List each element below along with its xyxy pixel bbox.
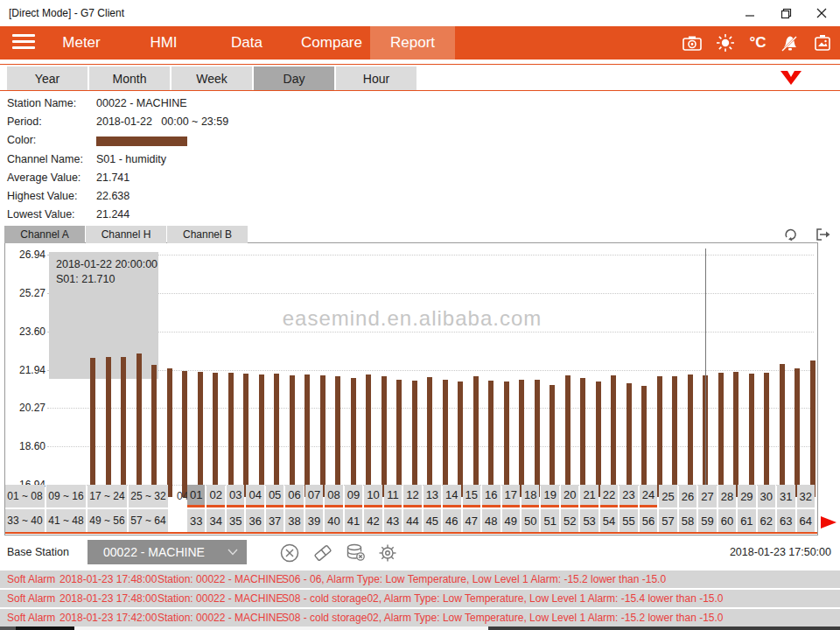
sun-icon[interactable]	[715, 32, 736, 53]
channel-cell-29[interactable]: 29	[738, 485, 755, 508]
chart-bar[interactable]	[366, 374, 371, 497]
chart-bar[interactable]	[198, 372, 203, 497]
channel-cell-35[interactable]: 35	[227, 509, 244, 532]
chart-bar[interactable]	[412, 381, 417, 497]
chart-bar[interactable]	[718, 373, 724, 497]
chart-bar[interactable]	[228, 373, 234, 497]
channel-cell-25[interactable]: 25	[659, 485, 676, 508]
next-page-arrow-icon[interactable]	[819, 515, 838, 529]
channel-cell-43[interactable]: 43	[384, 509, 402, 532]
chart-bar[interactable]	[580, 378, 585, 497]
period-tab-day[interactable]: Day	[254, 66, 334, 90]
channel-cell-12[interactable]: 12	[403, 485, 421, 508]
channel-cell-05[interactable]: 05	[266, 485, 284, 508]
chart-bar[interactable]	[764, 373, 769, 497]
range-button-25~32[interactable]: 25 ~ 32	[129, 485, 168, 508]
channel-cell-32[interactable]: 32	[797, 485, 815, 508]
channel-cell-58[interactable]: 58	[679, 509, 696, 532]
chart-bar[interactable]	[535, 380, 540, 497]
image-box-icon[interactable]	[812, 32, 833, 53]
range-button-57~64[interactable]: 57 ~ 64	[129, 509, 168, 532]
range-button-17~24[interactable]: 17 ~ 24	[88, 485, 127, 508]
period-tab-week[interactable]: Week	[172, 66, 252, 90]
nav-item-hmi[interactable]: HMI	[133, 26, 194, 60]
channel-cell-31[interactable]: 31	[777, 485, 794, 508]
bell-off-icon[interactable]	[780, 32, 801, 53]
close-button[interactable]	[807, 0, 836, 26]
chart-bar[interactable]	[182, 371, 187, 497]
channel-cell-18[interactable]: 18	[522, 485, 539, 508]
range-button-41~48[interactable]: 41 ~ 48	[46, 509, 86, 532]
channel-cell-39[interactable]: 39	[305, 509, 323, 532]
channel-cell-59[interactable]: 59	[698, 509, 716, 532]
range-button-01~08[interactable]: 01 ~ 08	[5, 485, 45, 508]
camera-icon[interactable]	[682, 32, 703, 53]
channel-cell-56[interactable]: 56	[640, 509, 657, 532]
gear-icon[interactable]	[376, 542, 399, 564]
chart-bar[interactable]	[565, 375, 570, 497]
channel-cell-01[interactable]: 01	[187, 485, 205, 508]
chart-bar[interactable]	[90, 358, 95, 497]
channel-cell-63[interactable]: 63	[777, 509, 794, 532]
chart-bar[interactable]	[274, 374, 279, 497]
period-tab-hour[interactable]: Hour	[336, 66, 416, 90]
channel-cell-52[interactable]: 52	[561, 509, 578, 532]
chart-bar[interactable]	[396, 380, 402, 497]
channel-cell-46[interactable]: 46	[443, 509, 460, 532]
export-icon[interactable]	[814, 226, 833, 243]
alarm-row[interactable]: Soft Alarm2018-01-23 17:48:00Station: 00…	[0, 590, 840, 607]
channel-cell-44[interactable]: 44	[403, 509, 421, 532]
channel-cell-36[interactable]: 36	[246, 509, 263, 532]
channel-cell-55[interactable]: 55	[620, 509, 637, 532]
chart-bar[interactable]	[488, 381, 494, 497]
restore-button[interactable]	[771, 0, 801, 26]
channel-cell-48[interactable]: 48	[482, 509, 500, 532]
alarm-row[interactable]: Soft Alarm2018-01-23 17:42:00Station: 00…	[0, 609, 840, 626]
chart-bar[interactable]	[473, 376, 479, 497]
chart-bar[interactable]	[780, 364, 785, 497]
chart-bar[interactable]	[335, 376, 340, 497]
chart-bar[interactable]	[382, 376, 387, 497]
channel-cell-19[interactable]: 19	[541, 485, 558, 508]
range-button-09~16[interactable]: 09 ~ 16	[46, 485, 86, 508]
channel-cell-11[interactable]: 11	[384, 485, 402, 508]
channel-cell-21[interactable]: 21	[580, 485, 598, 508]
channel-cell-13[interactable]: 13	[424, 485, 441, 508]
chart-bar[interactable]	[458, 382, 463, 497]
channel-cell-17[interactable]: 17	[502, 485, 520, 508]
channel-cell-16[interactable]: 16	[482, 485, 500, 508]
channel-cell-04[interactable]: 04	[246, 485, 263, 508]
channel-cell-33[interactable]: 33	[187, 509, 205, 532]
channel-cell-53[interactable]: 53	[580, 509, 598, 532]
range-button-49~56[interactable]: 49 ~ 56	[88, 509, 127, 532]
channel-tab-channel-h[interactable]: Channel H	[86, 226, 166, 243]
channel-cell-34[interactable]: 34	[206, 509, 224, 532]
chart-bar[interactable]	[657, 376, 662, 497]
channel-cell-57[interactable]: 57	[659, 509, 676, 532]
channel-tab-channel-b[interactable]: Channel B	[167, 226, 248, 243]
channel-cell-20[interactable]: 20	[561, 485, 578, 508]
cancel-circle-icon[interactable]	[278, 542, 301, 564]
chart-bar[interactable]	[626, 383, 632, 497]
collapse-arrow-icon[interactable]	[779, 70, 803, 86]
channel-tab-channel-a[interactable]: Channel A	[4, 226, 85, 243]
channel-cell-61[interactable]: 61	[738, 509, 755, 532]
chart-bar[interactable]	[290, 375, 295, 497]
channel-cell-50[interactable]: 50	[522, 509, 539, 532]
range-button-33~40[interactable]: 33 ~ 40	[5, 509, 45, 532]
chart-bar[interactable]	[443, 380, 448, 497]
minimize-button[interactable]	[735, 0, 765, 26]
channel-cell-37[interactable]: 37	[266, 509, 284, 532]
database-remove-icon[interactable]	[344, 542, 367, 564]
eraser-icon[interactable]	[312, 542, 334, 564]
chart-bar[interactable]	[320, 375, 326, 497]
chart-bar[interactable]	[427, 377, 432, 497]
channel-cell-07[interactable]: 07	[305, 485, 323, 508]
channel-cell-64[interactable]: 64	[797, 509, 815, 532]
channel-cell-27[interactable]: 27	[698, 485, 716, 508]
chart-bar[interactable]	[213, 373, 218, 497]
channel-cell-30[interactable]: 30	[758, 485, 775, 508]
chart-bar[interactable]	[519, 380, 524, 497]
channel-cell-14[interactable]: 14	[443, 485, 460, 508]
chart-bar[interactable]	[504, 382, 509, 497]
